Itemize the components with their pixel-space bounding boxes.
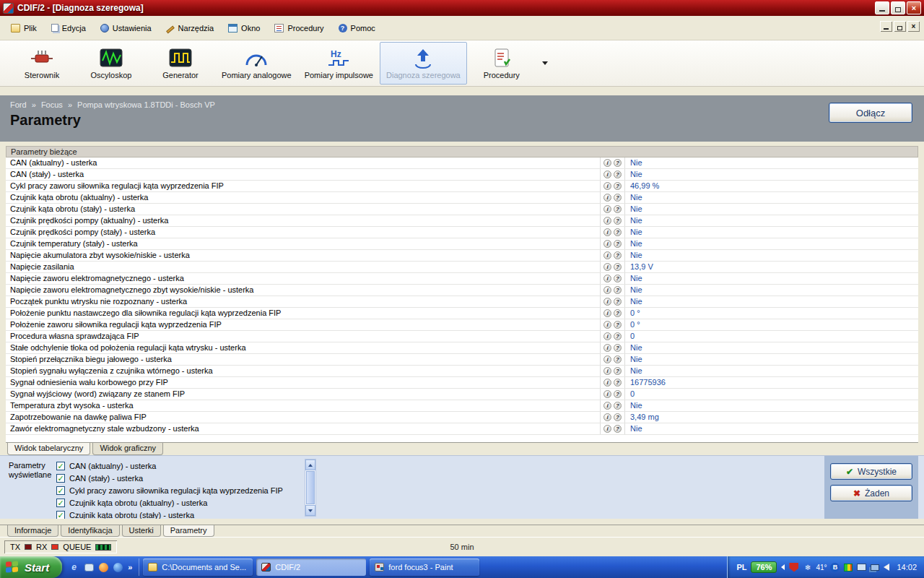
toolbar-diagnoza-szeregowa[interactable]: Diagnoza szeregowa [380,42,467,85]
info-icon[interactable]: i [603,355,611,363]
mdi-close-button[interactable]: × [907,21,920,32]
parameter-row[interactable]: Czujnik prędkości pompy (aktualny) - ust… [6,215,918,227]
checklist-scrollbar[interactable] [305,459,316,517]
checkbox[interactable]: ✓ [56,462,65,470]
menu-edycja[interactable]: Edycja [45,21,92,35]
parameter-row[interactable]: Napięcie akumulatora zbyt wysokie/niskie… [6,250,918,262]
info-icon[interactable]: i [603,194,611,202]
info-icon[interactable]: i [603,298,611,306]
help-icon[interactable]: ? [614,205,622,213]
parameter-row[interactable]: Czujnik kąta obrotu (stały) - usterkai?N… [6,204,918,215]
parameter-row[interactable]: Stałe odchylenie tłoka od położenia regu… [6,342,918,354]
scroll-down-button[interactable] [305,505,315,516]
language-indicator[interactable]: PL [736,563,746,571]
help-icon[interactable]: ? [614,194,622,202]
bluetooth-icon[interactable]: B [830,563,840,572]
help-icon[interactable]: ? [614,182,622,190]
scroll-up-button[interactable] [305,460,315,470]
select-none-button[interactable]: ✖ Żaden [830,485,912,501]
info-icon[interactable]: i [603,251,611,259]
info-icon[interactable]: i [603,159,611,167]
security-shield-icon[interactable] [789,563,798,572]
parameter-row[interactable]: Zapotrzebowanie na dawkę paliwa FIPi?3,4… [6,412,918,423]
help-icon[interactable]: ? [614,228,622,236]
parameter-row[interactable]: CAN (aktualny) - usterkai?Nie [6,158,918,169]
network-icon[interactable] [871,564,879,571]
tray-collapse-chevron-icon[interactable] [781,564,785,570]
temperature-reading[interactable]: 41° [816,563,826,572]
toolbar-sterownik[interactable]: Sterownik [7,42,77,85]
taskbar-window-paint[interactable]: ford focus3 - Paint [370,558,479,576]
quick-launch-overflow[interactable]: » [128,563,132,571]
help-icon[interactable]: ? [614,159,622,167]
menu-procedury[interactable]: Procedury [268,21,330,35]
taskbar-window-explorer[interactable]: C:\Documents and Se... [143,558,253,576]
info-icon[interactable]: i [603,263,611,271]
toolbar-dropdown-arrow-icon[interactable] [542,61,548,65]
checkbox[interactable]: ✓ [56,474,65,483]
help-icon[interactable]: ? [614,217,622,225]
display-parameter-item[interactable]: ✓CAN (stały) - usterka [56,472,305,484]
toolbar-pomiary-analogowe[interactable]: Pomiary analogowe [215,42,298,85]
firefox-icon[interactable] [99,563,108,572]
parameter-row[interactable]: Sygnał odniesienia wału korbowego przy F… [6,377,918,389]
display-icon[interactable] [857,564,866,571]
mdi-restore-button[interactable] [894,21,906,32]
close-button[interactable]: × [907,1,921,14]
tab-identyfikacja[interactable]: Identyfikacja [61,525,119,537]
info-icon[interactable]: i [603,425,611,433]
info-icon[interactable]: i [603,228,611,236]
parameter-row[interactable]: Sygnał wyjściowy (word) związany ze stan… [6,389,918,400]
browser-icon[interactable]: e [69,562,79,573]
checkbox[interactable]: ✓ [56,499,65,507]
menu-plik[interactable]: Plik [4,21,43,35]
info-icon[interactable]: i [603,275,611,282]
checkbox[interactable]: ✓ [56,511,65,519]
info-icon[interactable]: i [603,390,611,398]
info-icon[interactable]: i [603,217,611,225]
info-icon[interactable]: i [603,240,611,248]
parameter-row[interactable]: Napięcie zaworu elektromagnetycznego zby… [6,285,918,296]
volume-icon[interactable] [884,564,889,571]
help-icon[interactable]: ? [614,425,622,433]
info-icon[interactable]: i [603,286,611,294]
help-icon[interactable]: ? [614,171,622,178]
media-player-icon[interactable] [113,563,123,572]
help-icon[interactable]: ? [614,390,622,398]
info-icon[interactable]: i [603,321,611,329]
scrollbar-thumb[interactable] [306,471,315,504]
help-icon[interactable]: ? [614,332,622,340]
parameter-row[interactable]: Zawór elektromagnetyczny stale wzbudzony… [6,423,918,435]
info-icon[interactable]: i [603,367,611,375]
toolbar-procedury[interactable]: Procedury [467,42,536,85]
parameter-row[interactable]: Napięcie zasilaniai?13,9 V [6,262,918,273]
info-icon[interactable]: i [603,413,611,421]
info-icon[interactable]: i [603,309,611,317]
help-icon[interactable]: ? [614,240,622,248]
menu-okno[interactable]: Okno [222,21,266,35]
battery-indicator[interactable]: 76% [751,561,777,573]
parameter-row[interactable]: Stopień przełącznika biegu jałowego - us… [6,354,918,366]
help-icon[interactable]: ? [614,355,622,363]
display-parameter-item[interactable]: ✓Czujnik kąta obrotu (aktualny) - usterk… [56,496,305,509]
minimize-button[interactable] [875,1,889,14]
breadcrumb-focus[interactable]: Focus [41,100,63,109]
parameter-row[interactable]: Cykl pracy zaworu siłownika regulacji ką… [6,181,918,192]
info-icon[interactable]: i [603,182,611,190]
toolbar-generator[interactable]: Generator [146,42,215,85]
help-icon[interactable]: ? [614,402,622,410]
toolbar-oscyloskop[interactable]: Oscyloskop [77,42,146,85]
menu-ustawienia[interactable]: Ustawienia [94,21,158,35]
display-parameter-item[interactable]: ✓CAN (aktualny) - usterka [56,460,305,472]
help-icon[interactable]: ? [614,413,622,421]
monitor-graph-icon[interactable] [844,564,853,571]
select-all-button[interactable]: ✔ Wszystkie [830,463,912,480]
help-icon[interactable]: ? [614,251,622,259]
title-bar[interactable]: CDIF/2 - [Diagnoza szeregowa] × [0,0,924,16]
parameter-row[interactable]: Temperatura zbyt wysoka - usterkai?Nie [6,400,918,412]
info-icon[interactable]: i [603,205,611,213]
snowflake-icon[interactable]: ❄ [803,563,812,572]
restore-button[interactable] [891,1,905,14]
help-icon[interactable]: ? [614,263,622,271]
parameter-row[interactable]: Napięcie zaworu elektromagnetycznego - u… [6,273,918,285]
